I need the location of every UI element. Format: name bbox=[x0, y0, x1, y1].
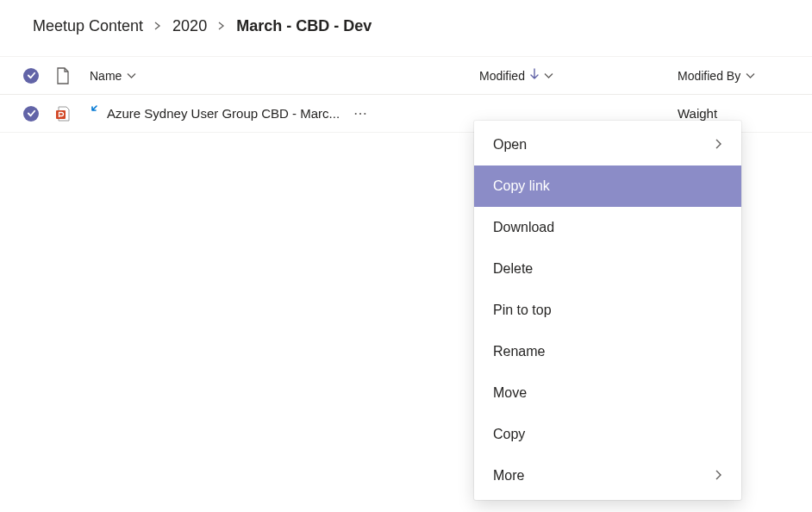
context-menu: OpenCopy linkDownloadDeletePin to topRen… bbox=[474, 121, 741, 500]
column-header-modified[interactable]: Modified bbox=[479, 68, 553, 83]
column-header-row: Name Modified Modified By bbox=[0, 57, 812, 95]
context-menu-item-label: Pin to top bbox=[493, 303, 552, 318]
file-name[interactable]: Azure Sydney User Group CBD - Marc... bbox=[107, 106, 340, 121]
breadcrumb-item[interactable]: 2020 bbox=[172, 17, 207, 35]
context-menu-item[interactable]: Copy bbox=[474, 414, 741, 455]
context-menu-item-label: Copy bbox=[493, 427, 525, 442]
context-menu-item-label: Download bbox=[493, 220, 554, 235]
more-actions-button[interactable]: ⋯ bbox=[353, 105, 369, 122]
context-menu-item-label: Delete bbox=[493, 261, 533, 277]
context-menu-item[interactable]: Copy link bbox=[474, 165, 741, 207]
check-icon bbox=[27, 109, 36, 118]
context-menu-item-label: Copy link bbox=[493, 178, 550, 194]
context-menu-item[interactable]: Open bbox=[474, 124, 741, 165]
context-menu-item-label: More bbox=[493, 468, 524, 484]
modified-by-cell: Waight bbox=[678, 106, 717, 121]
breadcrumb-item[interactable]: Meetup Content bbox=[33, 17, 143, 35]
context-menu-item[interactable]: Delete bbox=[474, 248, 741, 290]
column-header-modified-by[interactable]: Modified By bbox=[678, 69, 755, 83]
breadcrumb-item-current[interactable]: March - CBD - Dev bbox=[236, 17, 372, 35]
column-header-name[interactable]: Name bbox=[90, 69, 136, 83]
context-menu-item-label: Open bbox=[493, 137, 527, 153]
cursor-icon bbox=[90, 104, 102, 119]
svg-rect-0 bbox=[56, 110, 66, 119]
row-select-check[interactable] bbox=[16, 106, 47, 122]
chevron-down-icon bbox=[746, 72, 755, 79]
check-icon bbox=[27, 71, 36, 80]
chevron-down-icon bbox=[544, 72, 553, 79]
powerpoint-file-icon bbox=[47, 105, 79, 122]
context-menu-item[interactable]: Download bbox=[474, 207, 741, 248]
chevron-right-icon bbox=[217, 20, 226, 33]
chevron-right-icon bbox=[715, 138, 722, 153]
select-all-check[interactable] bbox=[16, 68, 47, 84]
breadcrumb: Meetup Content 2020 March - CBD - Dev bbox=[0, 0, 812, 57]
chevron-right-icon bbox=[715, 469, 722, 484]
context-menu-item-label: Move bbox=[493, 385, 527, 401]
column-header-modified-by-label: Modified By bbox=[678, 69, 740, 83]
chevron-right-icon bbox=[153, 20, 162, 33]
sort-descending-icon bbox=[530, 68, 539, 83]
context-menu-item[interactable]: Pin to top bbox=[474, 290, 741, 331]
column-header-modified-label: Modified bbox=[479, 69, 525, 83]
context-menu-item[interactable]: Rename bbox=[474, 331, 741, 372]
context-menu-item[interactable]: Move bbox=[474, 372, 741, 414]
chevron-down-icon bbox=[127, 72, 136, 79]
column-header-name-label: Name bbox=[90, 69, 122, 83]
context-menu-item-label: Rename bbox=[493, 344, 545, 359]
file-type-column-icon bbox=[47, 67, 79, 84]
context-menu-item[interactable]: More bbox=[474, 455, 741, 496]
